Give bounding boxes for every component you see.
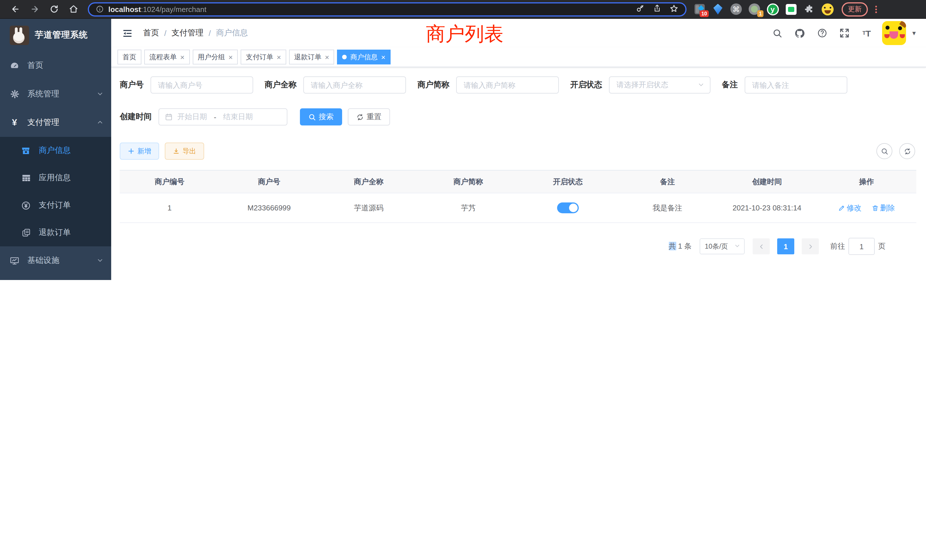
chevron-down-icon xyxy=(734,242,740,250)
breadcrumb-pay[interactable]: 支付管理 xyxy=(172,28,204,38)
extension-y-icon[interactable]: y xyxy=(766,3,779,15)
tab-process-form[interactable]: 流程表单× xyxy=(144,50,189,64)
edit-link[interactable]: 修改 xyxy=(838,203,862,213)
merchant-short-name-input[interactable] xyxy=(456,76,559,94)
pagination: 共 1 条 10条/页 1 前往 页 xyxy=(120,238,885,255)
close-icon[interactable]: × xyxy=(381,53,386,61)
add-button[interactable]: 新增 xyxy=(120,142,159,160)
shop-icon xyxy=(21,146,31,155)
help-icon[interactable] xyxy=(816,26,829,40)
create-time-range-picker[interactable]: 开始日期 - 结束日期 xyxy=(159,108,287,126)
yen-circle-icon xyxy=(21,200,31,210)
browser-forward-icon[interactable] xyxy=(25,1,44,17)
header-search-icon[interactable] xyxy=(771,26,785,40)
url-path: :1024/pay/merchant xyxy=(141,5,206,14)
extension-chat-icon[interactable] xyxy=(785,3,797,15)
start-date-placeholder: 开始日期 xyxy=(177,112,207,122)
browser-home-icon[interactable] xyxy=(64,1,83,17)
next-page-button[interactable] xyxy=(802,238,819,254)
address-bar[interactable]: localhost:1024/pay/merchant xyxy=(88,2,687,16)
sidebar: 芋道管理系统 首页 系统管理 ¥ 支付管 xyxy=(0,19,111,280)
sidebar-item-label: 支付订单 xyxy=(39,200,71,210)
toggle-search-button[interactable] xyxy=(876,143,892,159)
reset-button[interactable]: 重置 xyxy=(348,108,390,126)
extension-blocks-icon[interactable]: 10 xyxy=(693,3,706,15)
tab-merchant-info[interactable]: 商户信息× xyxy=(337,50,390,64)
filter-label: 商户全称 xyxy=(265,80,297,90)
gear-icon xyxy=(10,89,20,98)
search-button[interactable]: 搜索 xyxy=(300,108,342,126)
goto-page-input[interactable] xyxy=(849,238,875,255)
status-toggle[interactable] xyxy=(557,203,579,213)
column-header: 商户编号 xyxy=(120,170,219,193)
breadcrumb-home[interactable]: 首页 xyxy=(143,28,159,38)
fullscreen-icon[interactable] xyxy=(838,26,851,40)
tab-refund-order[interactable]: 退款订单× xyxy=(289,50,334,64)
bookmark-star-icon[interactable] xyxy=(669,4,679,15)
tab-pay-order[interactable]: 支付订单× xyxy=(241,50,286,64)
browser-back-icon[interactable] xyxy=(6,1,25,17)
delete-link[interactable]: 删除 xyxy=(872,203,895,213)
close-icon[interactable]: × xyxy=(325,53,329,61)
filter-label: 商户号 xyxy=(120,80,144,90)
tab-user-group[interactable]: 用户分组× xyxy=(192,50,238,64)
grid-icon xyxy=(21,173,31,183)
column-header: 商户全称 xyxy=(319,170,419,193)
refresh-button[interactable] xyxy=(899,143,915,159)
sidebar-item-app-info[interactable]: 应用信息 xyxy=(0,164,111,192)
app-logo[interactable]: 芋道管理系统 xyxy=(0,19,111,51)
chrome-update-button[interactable]: 更新 xyxy=(841,2,868,16)
page-size-select[interactable]: 10条/页 xyxy=(700,238,745,254)
extension-badge: 1 xyxy=(757,10,764,17)
extensions-puzzle-icon[interactable] xyxy=(803,3,816,15)
prev-page-button[interactable] xyxy=(753,238,770,254)
extension-recorder-icon[interactable]: 1 xyxy=(748,3,761,15)
sidebar-item-system[interactable]: 系统管理 xyxy=(0,80,111,108)
tab-home[interactable]: 首页 xyxy=(118,50,141,64)
yen-icon: ¥ xyxy=(10,118,20,127)
end-date-placeholder: 结束日期 xyxy=(223,112,253,122)
sidebar-item-pay-order[interactable]: 支付订单 xyxy=(0,192,111,219)
avatar-caret-icon[interactable]: ▾ xyxy=(912,29,916,37)
annotation-title: 商户列表 xyxy=(426,21,504,47)
sidebar-item-pay[interactable]: ¥ 支付管理 xyxy=(0,108,111,137)
documents-icon xyxy=(21,228,31,237)
sidebar-toggle-icon[interactable] xyxy=(120,26,135,41)
monitor-chart-icon xyxy=(10,256,20,265)
tags-view: 首页 流程表单× 用户分组× 支付订单× 退款订单× 商户信息× xyxy=(111,47,926,67)
share-icon[interactable] xyxy=(653,4,661,14)
sidebar-item-devtools[interactable]: 研发工具 xyxy=(0,275,111,280)
site-info-icon[interactable] xyxy=(96,5,104,13)
password-key-icon[interactable] xyxy=(636,4,645,15)
close-icon[interactable]: × xyxy=(277,53,281,61)
sidebar-item-infra[interactable]: 基础设施 xyxy=(0,246,111,275)
status-select[interactable]: 请选择开启状态 xyxy=(609,76,710,94)
browser-reload-icon[interactable] xyxy=(44,1,64,17)
pay-submenu: 商户信息 应用信息 支付订单 xyxy=(0,137,111,246)
sidebar-item-refund-order[interactable]: 退款订单 xyxy=(0,219,111,246)
filter-label: 商户简称 xyxy=(418,80,449,90)
sidebar-item-merchant-info[interactable]: 商户信息 xyxy=(0,137,111,164)
user-avatar[interactable] xyxy=(882,21,906,45)
close-icon[interactable]: × xyxy=(180,53,185,61)
extension-gem-icon[interactable] xyxy=(712,3,724,15)
export-button[interactable]: 导出 xyxy=(165,142,204,160)
column-header: 操作 xyxy=(817,170,916,193)
extension-command-icon[interactable]: ⌘ xyxy=(730,3,742,15)
cell-full-name: 芋道源码 xyxy=(319,193,419,223)
font-size-icon[interactable]: TT xyxy=(860,26,873,40)
filter-label: 开启状态 xyxy=(570,80,602,90)
browser-menu-icon[interactable] xyxy=(873,4,879,15)
close-icon[interactable]: × xyxy=(228,53,233,61)
browser-profile-avatar[interactable] xyxy=(821,3,834,15)
github-icon[interactable] xyxy=(793,26,807,40)
breadcrumb: 首页 / 支付管理 / 商户信息 xyxy=(143,28,248,38)
url-text: localhost:1024/pay/merchant xyxy=(108,5,206,14)
page-number-current[interactable]: 1 xyxy=(777,238,794,254)
column-header: 备注 xyxy=(617,170,717,193)
sidebar-item-home[interactable]: 首页 xyxy=(0,51,111,80)
sidebar-item-label: 首页 xyxy=(27,61,43,71)
merchant-full-name-input[interactable] xyxy=(303,76,406,94)
merchant-no-input[interactable] xyxy=(151,76,253,94)
remark-input[interactable] xyxy=(745,76,847,94)
